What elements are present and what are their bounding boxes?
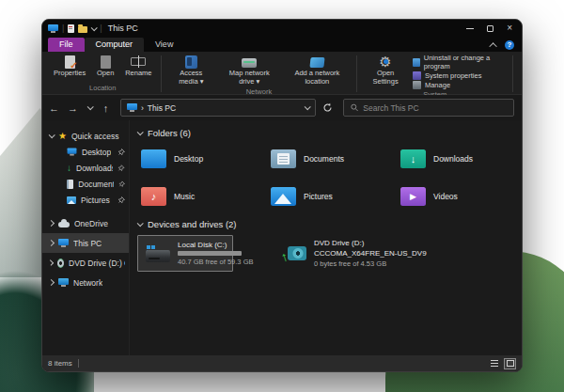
search-box[interactable]: [343, 99, 514, 117]
back-button[interactable]: ←: [46, 100, 62, 116]
search-icon: [351, 103, 358, 112]
documents-icon: [67, 180, 73, 189]
close-button[interactable]: ×: [507, 24, 512, 32]
ribbon-divider: [161, 55, 162, 92]
status-bar: 8 items: [42, 355, 522, 371]
window-controls: ×: [466, 24, 516, 32]
sidebar-item-onedrive[interactable]: OneDrive: [42, 213, 129, 233]
pin-icon: [118, 196, 125, 204]
videos-folder-icon: ▶: [400, 187, 426, 206]
chevron-right-icon[interactable]: [48, 279, 55, 286]
manage-icon: [413, 81, 421, 89]
folder-tile-downloads[interactable]: ↓ Downloads: [400, 144, 523, 174]
folder-tile-pictures[interactable]: Pictures: [271, 181, 400, 212]
map-network-drive-button[interactable]: Map network drive ▾: [218, 54, 280, 86]
help-icon[interactable]: ?: [505, 40, 514, 50]
refresh-button[interactable]: [319, 100, 336, 117]
sidebar-item-quick-access[interactable]: ★ Quick access: [42, 128, 129, 144]
access-media-icon: [185, 55, 197, 69]
collapse-ribbon-icon[interactable]: [489, 42, 496, 50]
sidebar-item-desktop[interactable]: Desktop: [42, 144, 129, 160]
pictures-folder-icon: [271, 187, 296, 206]
properties-button[interactable]: ✓ Properties: [50, 54, 89, 79]
up-button[interactable]: ↑: [98, 100, 114, 116]
explorer-body: ★ Quick access Desktop ↓ Downloads Docum…: [42, 120, 522, 355]
access-media-button[interactable]: Access media ▾: [165, 54, 216, 86]
titlebar[interactable]: | | This PC ×: [42, 20, 522, 37]
ribbon-group-system: ⚙ Open Settings Uninstall or change a pr…: [362, 54, 508, 94]
pictures-icon: [67, 196, 76, 204]
sidebar-item-downloads[interactable]: ↓ Downloads: [42, 160, 129, 176]
sidebar-item-dvd-drive[interactable]: DVD Drive (D:) CCCC: [42, 253, 129, 273]
sidebar-item-this-pc[interactable]: This PC: [42, 233, 129, 253]
folder-tile-music[interactable]: ♪ Music: [141, 181, 271, 212]
drive-tile-dvd[interactable]: ↑ DVD Drive (D:) CCCOMA_X64FRE_EN-US_DV9…: [274, 235, 434, 272]
tab-view[interactable]: View: [144, 38, 184, 52]
system-properties-button[interactable]: System properties: [411, 71, 508, 80]
address-bar[interactable]: › This PC: [120, 99, 316, 117]
view-switcher: [488, 358, 516, 369]
manage-button[interactable]: Manage: [411, 81, 508, 89]
ribbon-divider2: [356, 55, 357, 92]
quick-access-toolbar-dropdown-icon[interactable]: [91, 24, 98, 31]
chevron-right-icon[interactable]: [48, 220, 55, 227]
desktop-folder-icon: [141, 149, 166, 168]
minimize-button[interactable]: [466, 28, 474, 29]
search-input[interactable]: [363, 103, 507, 113]
recent-locations-icon[interactable]: [84, 100, 95, 116]
details-view-icon[interactable]: [488, 358, 500, 369]
hard-drive-icon: [146, 245, 170, 262]
folder-tile-documents[interactable]: Documents: [271, 144, 400, 174]
drive-tile-local-disk[interactable]: Local Disk (C:) 40.7 GB free of 59.3 GB: [137, 235, 233, 272]
uninstall-program-button[interactable]: Uninstall or change a program: [411, 54, 508, 71]
quick-access-star-icon: ★: [58, 131, 67, 141]
titlebar-separator2: |: [100, 24, 102, 33]
add-network-location-icon: [309, 57, 324, 68]
folders-grid: Desktop Documents ↓ Downloads ♪ Music Pi…: [141, 144, 523, 212]
documents-folder-icon: [271, 149, 296, 168]
system-properties-icon: [413, 71, 421, 80]
add-network-location-button[interactable]: Add a network location: [282, 54, 352, 86]
dvd-disc-icon: ↑: [282, 245, 306, 262]
sidebar-item-documents[interactable]: Documents: [42, 176, 129, 192]
address-dropdown-icon[interactable]: [305, 103, 311, 110]
collapse-section-icon[interactable]: [137, 220, 144, 227]
drives-section-header[interactable]: Devices and drives (2): [137, 219, 523, 229]
large-icons-view-icon[interactable]: [504, 358, 516, 369]
dvd-drive-icon: [57, 259, 64, 268]
quick-access-properties-icon[interactable]: [68, 24, 74, 33]
status-separator: [78, 359, 79, 368]
ribbon-group-network: Access media ▾ Map network drive ▾ Add a…: [165, 54, 352, 94]
titlebar-separator: |: [62, 24, 64, 33]
folder-tile-videos[interactable]: ▶ Videos: [400, 181, 523, 212]
chevron-down-icon[interactable]: [49, 132, 55, 138]
map-network-drive-icon: [242, 58, 257, 68]
open-settings-button[interactable]: ⚙ Open Settings: [362, 54, 409, 86]
downloads-folder-icon: ↓: [400, 149, 426, 168]
chevron-right-icon[interactable]: [48, 259, 54, 265]
disk-usage-bar: [178, 251, 242, 256]
chevron-right-icon[interactable]: [48, 240, 55, 246]
pin-icon: [118, 180, 125, 188]
collapse-section-icon[interactable]: [137, 129, 144, 135]
sidebar-item-network[interactable]: Network: [42, 273, 129, 292]
tab-file[interactable]: File: [48, 38, 85, 52]
ribbon-group-location: ✓ Properties Open Rename Location: [50, 54, 156, 94]
quick-access-folder-icon[interactable]: [78, 26, 87, 33]
downloads-icon: ↓: [67, 164, 71, 172]
open-button[interactable]: Open: [91, 54, 119, 79]
this-pc-icon: [48, 24, 58, 33]
breadcrumb-this-pc-icon: [127, 103, 137, 112]
folders-section-header[interactable]: Folders (6): [137, 128, 523, 138]
pin-icon: [118, 149, 125, 156]
forward-button[interactable]: →: [65, 100, 81, 116]
rename-button[interactable]: Rename: [121, 54, 155, 79]
maximize-button[interactable]: [487, 25, 494, 32]
breadcrumb[interactable]: This PC: [148, 103, 176, 113]
sidebar-item-pictures[interactable]: Pictures: [42, 192, 129, 208]
breadcrumb-separator: ›: [141, 103, 144, 113]
file-list-pane: Folders (6) Desktop Documents ↓ Download…: [130, 120, 523, 355]
tab-computer[interactable]: Computer: [85, 38, 145, 52]
folder-tile-desktop[interactable]: Desktop: [141, 144, 271, 174]
drives-row: Local Disk (C:) 40.7 GB free of 59.3 GB …: [137, 235, 523, 272]
